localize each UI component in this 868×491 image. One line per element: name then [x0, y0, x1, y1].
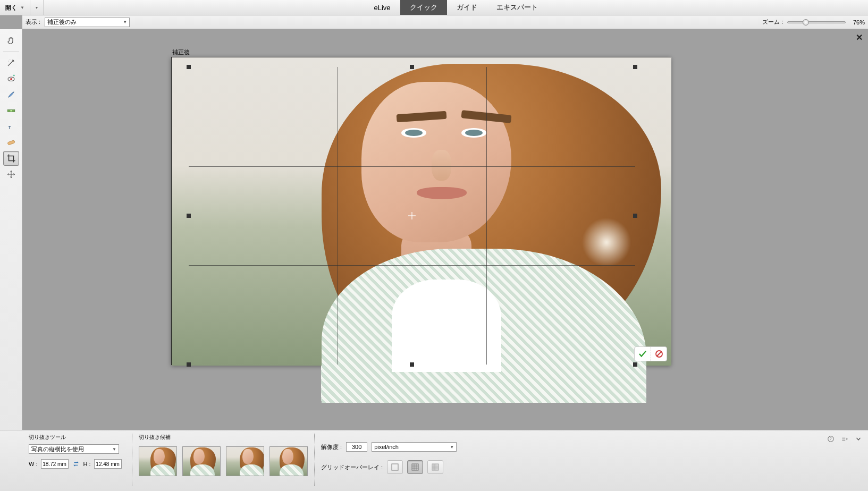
help-button[interactable]: ?: [827, 435, 835, 443]
collapse-panel-button[interactable]: [854, 435, 863, 443]
open-label: 開く: [5, 4, 17, 12]
crop-suggestion-3[interactable]: [226, 446, 264, 476]
text-tool[interactable]: T: [3, 119, 19, 134]
close-document-button[interactable]: ✕: [856, 32, 863, 43]
crop-suggestions-group: 切り抜き候補: [139, 434, 308, 486]
crop-handle-bl[interactable]: [187, 362, 191, 367]
overlay-label: グリッドオーバーレイ :: [321, 463, 383, 471]
crop-region[interactable]: [189, 67, 635, 365]
panel-menu-button[interactable]: [840, 435, 849, 443]
app-root: 開く ▼ ▾ eLive クイック ガイド エキスパート 表示 : 補正後のみ …: [0, 0, 868, 491]
chevron-down-icon: [855, 436, 862, 442]
spot-heal-tool[interactable]: [3, 135, 19, 150]
zoom-slider-thumb[interactable]: [803, 19, 809, 26]
svg-point-6: [10, 78, 12, 80]
chevron-down-icon: ▼: [450, 445, 454, 450]
crop-suggestion-1[interactable]: [139, 446, 177, 476]
crop-options-group: 切り抜きツール 写真の縦横比を使用 ▼ W : H :: [29, 434, 125, 486]
crop-tool-title: 切り抜きツール: [29, 434, 125, 441]
bandaid-icon: [6, 138, 16, 147]
zoom-tool[interactable]: [3, 29, 19, 32]
cancel-crop-button[interactable]: [651, 347, 667, 361]
svg-rect-10: [7, 140, 14, 146]
aspect-ratio-value: 写真の縦横比を使用: [31, 445, 84, 453]
top-bar: 開く ▼ ▾ eLive クイック ガイド エキスパート: [0, 0, 868, 15]
svg-point-2: [13, 60, 14, 61]
magnifier-icon: [6, 29, 16, 30]
tab-quick[interactable]: クイック: [400, 0, 447, 15]
whiten-tool[interactable]: [3, 87, 19, 102]
crop-grid-line: [338, 67, 338, 365]
svg-rect-13: [392, 464, 398, 470]
overlay-thirds-button[interactable]: [407, 460, 423, 474]
quick-select-tool[interactable]: [3, 55, 19, 70]
open-button[interactable]: 開く ▼: [0, 0, 30, 15]
tool-column: T: [0, 29, 22, 430]
resolution-input[interactable]: [346, 442, 367, 452]
move-icon: [6, 170, 16, 179]
tab-guide[interactable]: ガイド: [447, 0, 487, 15]
svg-rect-14: [412, 464, 418, 470]
overlay-grid-button[interactable]: [427, 460, 443, 474]
view-dropdown[interactable]: 補正後のみ ▼: [45, 18, 130, 27]
resolution-unit-dropdown[interactable]: pixel/inch ▼: [372, 442, 457, 452]
crop-tool[interactable]: [3, 151, 19, 166]
open-dropdown[interactable]: ▾: [30, 0, 44, 15]
svg-rect-8: [10, 110, 12, 111]
crop-handle-tr[interactable]: [633, 65, 637, 69]
tab-elive[interactable]: eLive: [364, 0, 400, 15]
help-icon: ?: [827, 435, 835, 443]
crop-handle-br[interactable]: [633, 362, 637, 367]
crop-suggestion-2[interactable]: [182, 446, 221, 476]
resolution-unit-value: pixel/inch: [374, 444, 399, 450]
svg-line-12: [656, 352, 661, 357]
wand-icon: [6, 58, 16, 67]
crop-confirm-panel: [634, 346, 667, 361]
chevron-down-icon: ▼: [112, 447, 116, 452]
tool-options-panel: 切り抜きツール 写真の縦横比を使用 ▼ W : H : 切り抜き候補: [0, 430, 868, 491]
tab-expert[interactable]: エキスパート: [487, 0, 547, 15]
hand-icon: [6, 36, 16, 46]
width-label: W :: [29, 461, 38, 467]
height-label: H :: [83, 461, 91, 467]
panel-controls: ?: [827, 435, 863, 443]
after-label: 補正後: [172, 48, 190, 56]
crop-icon: [6, 154, 16, 163]
width-input[interactable]: [41, 459, 69, 469]
options-bar: 表示 : 補正後のみ ▼ ズーム : 76%: [22, 15, 868, 29]
crop-handle-mr[interactable]: [633, 214, 637, 218]
swap-wh-button[interactable]: [72, 460, 80, 468]
view-label: 表示 :: [26, 18, 40, 26]
zoom-label: ズーム :: [762, 18, 783, 26]
zoom-slider[interactable]: [787, 21, 846, 23]
crop-handle-tl[interactable]: [187, 65, 191, 69]
main-row: T ✕ 補正後: [0, 29, 868, 430]
svg-point-3: [8, 61, 9, 61]
crop-handle-tm[interactable]: [410, 65, 414, 69]
svg-text:?: ?: [830, 437, 832, 441]
svg-point-4: [10, 59, 10, 60]
overlay-thirds-icon: [410, 462, 420, 472]
menu-icon: [841, 435, 848, 443]
hand-tool[interactable]: [3, 33, 19, 48]
straighten-tool[interactable]: [3, 103, 19, 118]
crop-handle-ml[interactable]: [187, 214, 191, 218]
svg-text:T: T: [8, 125, 11, 130]
zoom-value: 76%: [850, 19, 865, 26]
aspect-ratio-dropdown[interactable]: 写真の縦横比を使用 ▼: [29, 444, 119, 454]
move-tool[interactable]: [3, 167, 19, 182]
mode-tabs: eLive クイック ガイド エキスパート: [364, 0, 547, 15]
view-value: 補正後のみ: [47, 18, 77, 26]
svg-rect-15: [432, 464, 439, 470]
crop-handle-bm[interactable]: [410, 362, 414, 367]
canvas-area: ✕ 補正後: [22, 29, 868, 430]
commit-crop-button[interactable]: [635, 347, 651, 361]
height-input[interactable]: [94, 459, 122, 469]
overlay-none-button[interactable]: [387, 460, 403, 474]
text-icon: T: [6, 122, 16, 131]
crop-grid-line: [189, 166, 635, 167]
crop-suggestion-4[interactable]: [269, 446, 308, 476]
redeye-tool[interactable]: [3, 71, 19, 86]
overlay-grid-icon: [431, 462, 440, 472]
chevron-down-icon: ▼: [20, 5, 24, 10]
